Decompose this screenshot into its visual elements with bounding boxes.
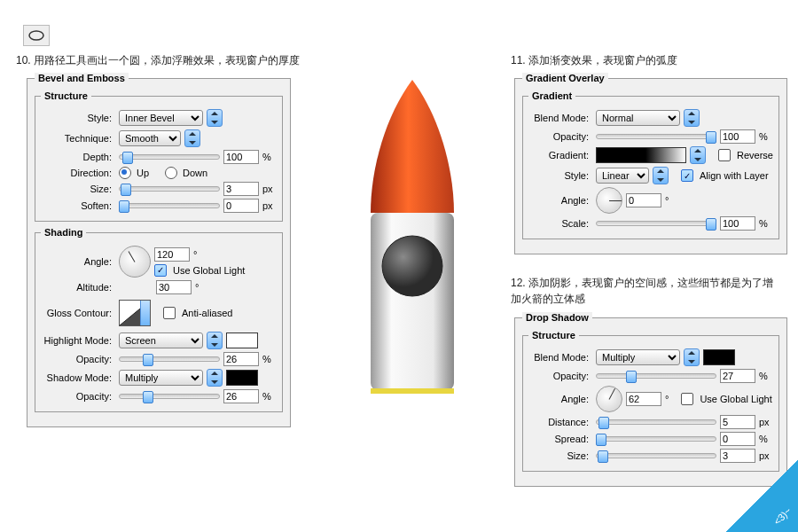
highlight-mode-select[interactable]: Screen	[119, 332, 203, 348]
ds-opacity-input[interactable]	[720, 369, 755, 383]
shadow-opacity-slider[interactable]	[119, 390, 220, 403]
ds-spread-input[interactable]	[720, 432, 755, 446]
caption-12: 12. 添加阴影，表现窗户的空间感，这些细节都是为了增加火箭的立体感	[511, 275, 777, 307]
ds-title: Drop Shadow	[522, 312, 592, 323]
technique-stepper[interactable]	[184, 129, 200, 147]
ds-spread-unit: %	[759, 434, 773, 444]
deg1: °	[193, 249, 197, 260]
depth-input[interactable]	[223, 150, 259, 164]
ds-sub-title: Structure	[528, 330, 579, 340]
go-angle-input[interactable]	[626, 193, 661, 207]
ds-global-label: Use Global Light	[700, 394, 771, 404]
go-scale-input[interactable]	[720, 216, 755, 231]
go-blend-stepper[interactable]	[684, 109, 700, 127]
go-opacity-input[interactable]	[720, 129, 755, 144]
ds-size-slider[interactable]	[596, 450, 716, 462]
go-gradient-label: Gradient:	[528, 150, 592, 160]
align-layer-check[interactable]: ✓	[681, 169, 693, 182]
go-opacity-slider[interactable]	[596, 130, 716, 143]
structure-title: Structure	[41, 90, 91, 101]
ds-global-check[interactable]	[681, 393, 693, 405]
go-style-label: Style:	[528, 170, 592, 181]
gradient-swatch[interactable]	[596, 147, 686, 163]
direction-label: Direction:	[41, 168, 115, 178]
ds-distance-slider[interactable]	[596, 416, 716, 428]
altitude-label: Altitude:	[41, 282, 115, 293]
highlight-color-swatch[interactable]	[226, 332, 258, 348]
go-scale-unit: %	[759, 218, 773, 229]
highlight-opacity-slider[interactable]	[119, 353, 220, 365]
go-blend-label: Blend Mode:	[528, 113, 592, 123]
antialias-check[interactable]	[163, 307, 176, 319]
soften-unit: px	[262, 200, 277, 211]
angle-label: Angle:	[41, 256, 115, 267]
technique-label: Technique:	[41, 133, 115, 144]
shadow-opacity-input[interactable]	[223, 389, 259, 403]
go-scale-slider[interactable]	[596, 217, 716, 230]
deg4: °	[665, 394, 669, 404]
ds-opacity-label: Opacity:	[528, 371, 592, 381]
use-global-light-check[interactable]: ✓	[154, 264, 167, 277]
ds-color-swatch[interactable]	[703, 349, 735, 365]
down-label: Down	[183, 168, 207, 178]
angle-input[interactable]	[154, 247, 190, 262]
caption-10: 10. 用路径工具画出一个圆，添加浮雕效果，表现窗户的厚度	[16, 53, 300, 68]
altitude-input[interactable]	[156, 280, 192, 294]
ds-blend-label: Blend Mode:	[528, 352, 592, 363]
soften-slider[interactable]	[119, 200, 220, 212]
soften-label: Soften:	[41, 200, 115, 211]
gradient-title: Gradient Overlay	[522, 73, 608, 83]
depth-unit: %	[262, 152, 277, 162]
s-opacity-label: Opacity:	[41, 391, 115, 402]
svg-rect-2	[371, 388, 454, 394]
h-opacity-unit: %	[262, 354, 277, 364]
ds-opacity-slider[interactable]	[596, 370, 716, 382]
bevel-shading: Shading Angle: ° ✓Use Global Light Altit…	[35, 227, 283, 412]
depth-label: Depth:	[41, 152, 115, 162]
use-global-label: Use Global Light	[173, 265, 245, 276]
style-stepper[interactable]	[207, 109, 223, 127]
angle-wheel[interactable]	[119, 246, 151, 278]
size-slider[interactable]	[119, 183, 220, 195]
ds-structure: Structure Blend Mode: Multiply Opacity: …	[522, 330, 779, 472]
up-label: Up	[137, 168, 149, 178]
soften-input[interactable]	[223, 199, 259, 213]
h-opacity-label: Opacity:	[41, 354, 115, 364]
go-style-select[interactable]: Linear	[596, 168, 649, 184]
go-angle-wheel[interactable]	[596, 187, 622, 214]
go-opacity-unit: %	[759, 131, 773, 142]
ds-angle-input[interactable]	[626, 392, 661, 406]
antialias-label: Anti-aliased	[182, 308, 232, 318]
s-opacity-unit: %	[262, 391, 277, 402]
shading-title: Shading	[41, 227, 86, 238]
ds-blend-stepper[interactable]	[684, 348, 700, 366]
caption-11: 11. 添加渐变效果，表现窗户的弧度	[511, 53, 677, 68]
technique-select[interactable]: Smooth	[119, 130, 181, 146]
shadow-mode-select[interactable]: Multiply	[119, 370, 203, 386]
direction-down-radio[interactable]	[165, 167, 177, 179]
ds-distance-unit: px	[759, 417, 773, 427]
size-unit: px	[262, 184, 277, 194]
direction-up-radio[interactable]	[119, 167, 131, 179]
go-style-stepper[interactable]	[653, 167, 669, 184]
reverse-check[interactable]	[718, 149, 731, 161]
ds-blend-select[interactable]: Multiply	[596, 349, 680, 365]
style-select[interactable]: Inner Bevel	[119, 110, 203, 126]
ellipse-tool-icon[interactable]	[23, 25, 50, 46]
gloss-contour[interactable]	[119, 300, 151, 326]
align-label: Align with Layer	[700, 170, 769, 181]
shadow-color-swatch[interactable]	[226, 370, 258, 386]
go-blend-select[interactable]: Normal	[596, 110, 680, 126]
ds-distance-label: Distance:	[528, 417, 592, 427]
size-input[interactable]	[223, 182, 259, 196]
ds-distance-input[interactable]	[720, 415, 755, 429]
highlight-stepper[interactable]	[207, 332, 223, 349]
depth-slider[interactable]	[119, 151, 220, 163]
ds-spread-slider[interactable]	[596, 433, 716, 445]
ds-opacity-unit: %	[759, 371, 773, 381]
highlight-opacity-input[interactable]	[223, 352, 259, 366]
shadow-stepper[interactable]	[207, 369, 223, 387]
ds-angle-wheel[interactable]	[596, 386, 622, 412]
gradient-dropdown[interactable]	[690, 146, 706, 164]
shadow-mode-label: Shadow Mode:	[41, 372, 115, 383]
